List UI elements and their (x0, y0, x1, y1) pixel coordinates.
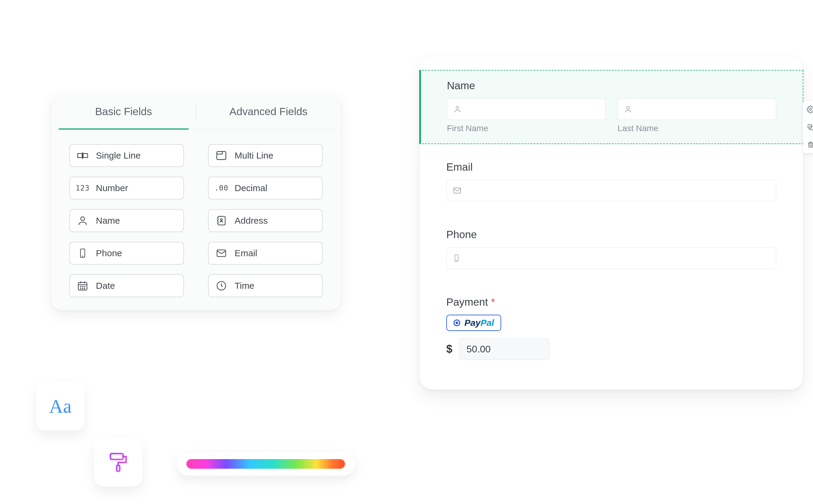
field-chip-address[interactable]: Address (208, 209, 323, 232)
person-icon (624, 105, 632, 113)
person-icon (453, 105, 462, 113)
gradient-bar (186, 459, 345, 469)
payment-label-text: Payment (446, 296, 488, 308)
svg-point-22 (80, 288, 81, 289)
tab-advanced-fields[interactable]: Advanced Fields (196, 93, 341, 129)
field-chip-multi-line[interactable]: Multi Line (208, 144, 323, 167)
field-chip-email[interactable]: Email (208, 242, 323, 265)
svg-rect-30 (454, 188, 461, 193)
field-chip-label: Date (96, 281, 115, 291)
field-chip-name[interactable]: Name (69, 209, 184, 232)
settings-button[interactable] (803, 101, 813, 118)
field-chip-phone[interactable]: Phone (69, 242, 184, 265)
tab-label: Advanced Fields (229, 106, 307, 118)
field-chip-label: Email (235, 248, 257, 258)
address-icon (215, 215, 227, 227)
field-chip-label: Time (235, 281, 254, 291)
svg-point-23 (82, 288, 83, 289)
svg-rect-3 (217, 152, 226, 160)
selected-block-toolbar (803, 100, 813, 153)
duplicate-button[interactable] (803, 118, 813, 136)
radio-selected-icon (454, 320, 460, 326)
field-label: Phone (446, 228, 776, 241)
copy-icon (807, 123, 813, 131)
svg-point-24 (84, 288, 85, 289)
tab-label: Basic Fields (95, 106, 152, 118)
paypal-logo: PayPal (465, 318, 494, 328)
tab-basic-fields[interactable]: Basic Fields (51, 93, 196, 129)
field-chip-number[interactable]: 123 Number (69, 177, 184, 200)
amount-value: 50.00 (467, 344, 491, 355)
decimal-icon: .00 (215, 182, 227, 194)
paypal-option[interactable]: PayPal (446, 315, 501, 331)
field-chip-label: Name (96, 216, 120, 226)
field-palette: Basic Fields Advanced Fields Single Line (51, 93, 341, 310)
field-chip-time[interactable]: Time (208, 274, 323, 297)
field-chip-single-line[interactable]: Single Line (69, 144, 184, 167)
date-icon (77, 280, 89, 292)
svg-rect-26 (110, 454, 123, 460)
svg-rect-27 (117, 465, 120, 471)
form-block-email[interactable]: Email (420, 144, 803, 212)
font-style-tool[interactable]: Aa (36, 382, 84, 430)
svg-rect-1 (83, 153, 88, 157)
svg-rect-0 (77, 153, 82, 157)
field-label: Name (447, 80, 776, 92)
svg-point-33 (810, 109, 812, 111)
amount-input[interactable]: 50.00 (459, 338, 550, 360)
trash-icon (807, 141, 813, 149)
delete-button[interactable] (803, 136, 813, 153)
phone-icon (453, 254, 461, 262)
svg-point-6 (81, 217, 85, 221)
email-input[interactable] (446, 180, 776, 201)
single-line-icon (77, 150, 89, 162)
time-icon (215, 280, 227, 292)
name-icon (77, 215, 89, 227)
last-name-input[interactable] (618, 98, 776, 120)
multi-line-icon (215, 150, 227, 162)
sub-label: Last Name (618, 124, 776, 133)
form-preview: Name First Name Last (420, 57, 803, 389)
field-chip-label: Single Line (96, 150, 140, 161)
font-glyph: Aa (49, 395, 72, 417)
form-block-payment[interactable]: Payment * PayPal $ 50.00 (420, 279, 803, 370)
field-label: Email (446, 161, 776, 173)
email-icon (453, 186, 462, 195)
paint-roller-icon (106, 451, 130, 474)
phone-icon (77, 247, 89, 259)
svg-point-21 (84, 286, 85, 287)
palette-tabs: Basic Fields Advanced Fields (51, 93, 341, 130)
field-chip-label: Number (96, 183, 128, 193)
field-label: Payment * (446, 296, 776, 308)
field-chip-label: Phone (96, 248, 122, 258)
form-block-name[interactable]: Name First Name Last (419, 70, 803, 144)
form-block-phone[interactable]: Phone (420, 212, 803, 279)
color-gradient-picker[interactable] (177, 452, 354, 476)
gear-icon (807, 106, 813, 113)
theme-brush-tool[interactable] (94, 438, 142, 487)
phone-input[interactable] (446, 247, 776, 269)
field-chip-label: Decimal (235, 183, 267, 193)
number-icon: 123 (77, 182, 89, 194)
svg-point-19 (80, 286, 81, 287)
first-name-input[interactable] (447, 98, 606, 120)
field-chip-label: Multi Line (235, 150, 273, 161)
sub-label: First Name (447, 124, 606, 133)
required-star-icon: * (491, 296, 495, 308)
currency-symbol: $ (446, 343, 452, 355)
svg-rect-14 (217, 250, 226, 257)
svg-point-20 (82, 286, 83, 287)
field-chip-date[interactable]: Date (69, 274, 184, 297)
svg-point-28 (456, 106, 459, 109)
palette-grid: Single Line Multi Line 123 Number (51, 130, 341, 297)
svg-point-8 (220, 219, 222, 221)
field-chip-decimal[interactable]: .00 Decimal (208, 177, 323, 200)
email-icon (215, 247, 227, 259)
svg-point-29 (627, 106, 629, 109)
field-chip-label: Address (235, 216, 268, 226)
